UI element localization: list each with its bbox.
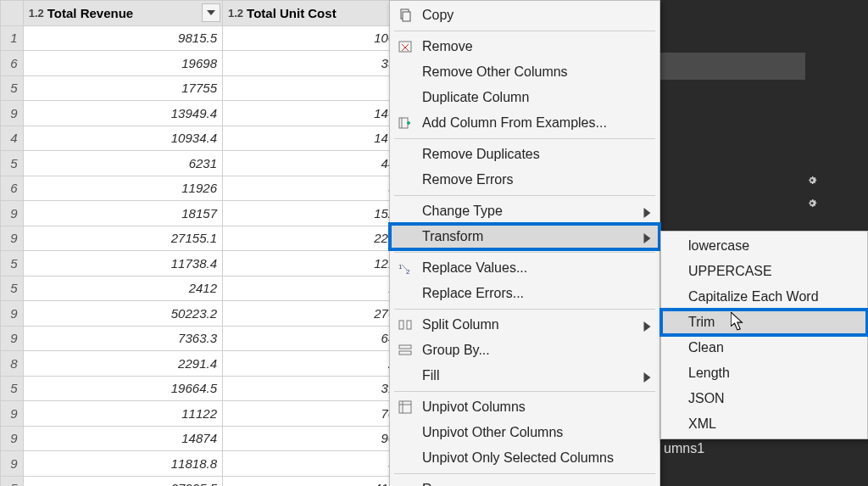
decimal-type-icon: 1.2 xyxy=(29,7,44,20)
menu-duplicate[interactable]: Duplicate Column xyxy=(390,85,659,110)
menu-unpivot[interactable]: Unpivot Columns xyxy=(390,394,659,420)
row-index: 5 xyxy=(1,251,24,277)
cell-revenue[interactable]: 11818.8 xyxy=(23,451,222,477)
menu-split-column[interactable]: Split Column xyxy=(390,312,659,338)
submenu-lowercase[interactable]: lowercase xyxy=(661,233,867,259)
row-index: 9 xyxy=(1,426,24,451)
menu-add-examples-label: Add Column From Examples... xyxy=(422,115,607,131)
menu-transform[interactable]: Transform xyxy=(390,224,659,249)
cell-revenue[interactable]: 6231 xyxy=(23,151,222,176)
menu-transform-label: Transform xyxy=(422,229,483,244)
svg-text:1: 1 xyxy=(398,263,403,271)
cell-revenue[interactable]: 7363.3 xyxy=(23,326,222,351)
cell-revenue[interactable]: 19698 xyxy=(23,51,222,76)
column-context-menu: Copy Remove Remove Other Columns Duplica… xyxy=(389,0,660,486)
row-index: 6 xyxy=(1,51,24,76)
power-query-window: umns1 1.2 Total Revenue 1.2 Total Unit C… xyxy=(0,0,868,486)
cell-revenue[interactable]: 27905.5 xyxy=(23,476,222,486)
svg-rect-10 xyxy=(407,321,411,329)
menu-rename-label: Rename xyxy=(422,482,473,486)
gear-icon[interactable] xyxy=(804,194,820,213)
applied-step-umns[interactable]: umns1 xyxy=(664,441,704,456)
submenu-clean[interactable]: Clean xyxy=(661,335,867,360)
row-index: 5 xyxy=(1,151,24,176)
row-index: 9 xyxy=(1,326,24,351)
menu-copy[interactable]: Copy xyxy=(390,3,659,28)
menu-add-from-examples[interactable]: Add Column From Examples... xyxy=(390,110,659,136)
revenue-header-label: Total Revenue xyxy=(47,6,133,20)
cell-revenue[interactable]: 50223.2 xyxy=(23,301,222,327)
menu-fill[interactable]: Fill xyxy=(390,363,659,388)
cell-revenue[interactable]: 13949.4 xyxy=(23,101,222,126)
submenu-arrow-icon xyxy=(643,371,651,386)
remove-column-icon xyxy=(397,38,414,55)
menu-remove-err-label: Remove Errors xyxy=(422,172,514,187)
menu-separator xyxy=(394,31,655,31)
menu-remove-duplicates[interactable]: Remove Duplicates xyxy=(390,142,659,167)
svg-text:2: 2 xyxy=(406,268,410,275)
row-index: 9 xyxy=(1,201,24,226)
menu-separator xyxy=(394,391,655,392)
cell-revenue[interactable]: 18157 xyxy=(23,201,222,226)
menu-remove[interactable]: Remove xyxy=(390,34,659,59)
column-filter-button[interactable] xyxy=(202,3,220,22)
menu-unpivot-other-label: Unpivot Other Columns xyxy=(422,425,563,440)
menu-change-type-label: Change Type xyxy=(422,204,503,219)
submenu-json[interactable]: JSON xyxy=(661,386,867,411)
transform-submenu: lowercase UPPERCASE Capitalize Each Word… xyxy=(660,231,868,439)
submenu-xml[interactable]: XML xyxy=(661,411,867,437)
menu-remove-dup-label: Remove Duplicates xyxy=(422,147,540,162)
row-index: 5 xyxy=(1,376,24,401)
cell-revenue[interactable]: 9815.5 xyxy=(23,25,222,51)
menu-remove-errors[interactable]: Remove Errors xyxy=(390,167,659,193)
menu-replace-errors-label: Replace Errors... xyxy=(422,286,524,301)
cell-revenue[interactable]: 11738.4 xyxy=(23,251,222,277)
menu-separator xyxy=(394,138,655,139)
menu-replace-errors[interactable]: Replace Errors... xyxy=(390,281,659,306)
index-header xyxy=(1,1,24,26)
gear-icon[interactable] xyxy=(804,171,820,190)
submenu-trim[interactable]: Trim xyxy=(661,310,867,335)
replace-values-icon: 12 xyxy=(397,260,414,277)
row-index: 1 xyxy=(1,25,24,51)
menu-separator xyxy=(394,309,655,310)
menu-group-by[interactable]: Group By... xyxy=(390,338,659,363)
menu-group-by-label: Group By... xyxy=(422,343,490,358)
cell-revenue[interactable]: 11122 xyxy=(23,401,222,427)
split-column-icon xyxy=(397,316,414,333)
cell-revenue[interactable]: 14874 xyxy=(23,426,222,451)
menu-unpivot-other[interactable]: Unpivot Other Columns xyxy=(390,420,659,445)
decimal-type-icon: 1.2 xyxy=(228,7,243,20)
menu-rename[interactable]: Rename xyxy=(390,477,659,486)
submenu-uppercase[interactable]: UPPERCASE xyxy=(661,259,867,284)
menu-unpivot-selected[interactable]: Unpivot Only Selected Columns xyxy=(390,445,659,471)
menu-fill-label: Fill xyxy=(422,368,439,383)
cell-revenue[interactable]: 10934.4 xyxy=(23,126,222,151)
row-index: 9 xyxy=(1,451,24,477)
row-index: 5 xyxy=(1,276,24,301)
cell-revenue[interactable]: 2412 xyxy=(23,276,222,301)
row-index: 9 xyxy=(1,101,24,126)
svg-rect-2 xyxy=(399,42,411,52)
cell-revenue[interactable]: 2291.4 xyxy=(23,351,222,377)
cell-revenue[interactable]: 17755 xyxy=(23,75,222,101)
svg-rect-12 xyxy=(399,351,411,355)
revenue-header[interactable]: 1.2 Total Revenue xyxy=(23,1,222,26)
menu-remove-other[interactable]: Remove Other Columns xyxy=(390,59,659,85)
cell-revenue[interactable]: 27155.1 xyxy=(23,226,222,251)
submenu-capitalize[interactable]: Capitalize Each Word xyxy=(661,284,867,310)
menu-replace-values[interactable]: 12 Replace Values... xyxy=(390,255,659,281)
row-index: 4 xyxy=(1,126,24,151)
cell-revenue[interactable]: 19664.5 xyxy=(23,376,222,401)
cell-revenue[interactable]: 11926 xyxy=(23,176,222,201)
svg-rect-5 xyxy=(399,118,408,128)
submenu-length[interactable]: Length xyxy=(661,360,867,386)
menu-change-type[interactable]: Change Type xyxy=(390,198,659,224)
submenu-arrow-icon xyxy=(643,232,651,247)
svg-rect-1 xyxy=(403,12,410,21)
row-index: 9 xyxy=(1,226,24,251)
menu-duplicate-label: Duplicate Column xyxy=(422,90,529,105)
row-index: 5 xyxy=(1,75,24,101)
copy-icon xyxy=(397,7,414,24)
row-index: 5 xyxy=(1,476,24,486)
